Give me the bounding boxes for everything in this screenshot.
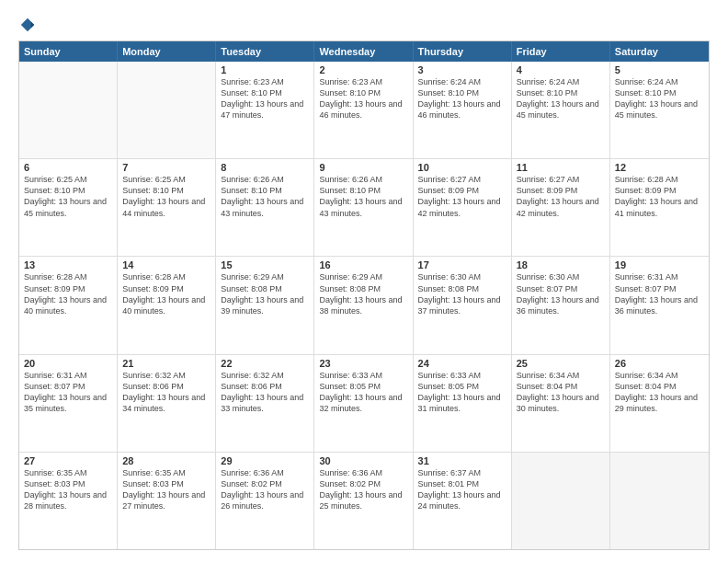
table-row <box>512 453 610 549</box>
day-number: 5 <box>615 64 704 75</box>
cell-info: Sunrise: 6:24 AM Sunset: 8:10 PM Dayligh… <box>517 76 605 121</box>
table-row: 3Sunrise: 6:24 AM Sunset: 8:10 PM Daylig… <box>414 62 512 158</box>
cell-info: Sunrise: 6:30 AM Sunset: 8:07 PM Dayligh… <box>517 271 605 316</box>
cell-info: Sunrise: 6:23 AM Sunset: 8:10 PM Dayligh… <box>319 76 407 121</box>
table-row: 28Sunrise: 6:35 AM Sunset: 8:03 PM Dayli… <box>118 453 216 549</box>
table-row: 23Sunrise: 6:33 AM Sunset: 8:05 PM Dayli… <box>314 355 413 452</box>
cell-info: Sunrise: 6:33 AM Sunset: 8:05 PM Dayligh… <box>418 370 506 415</box>
day-number: 31 <box>418 455 506 466</box>
cell-info: Sunrise: 6:34 AM Sunset: 8:04 PM Dayligh… <box>517 370 605 415</box>
table-row: 30Sunrise: 6:36 AM Sunset: 8:02 PM Dayli… <box>314 453 413 549</box>
table-row: 7Sunrise: 6:25 AM Sunset: 8:10 PM Daylig… <box>118 159 216 256</box>
header <box>18 17 710 33</box>
cell-info: Sunrise: 6:25 AM Sunset: 8:10 PM Dayligh… <box>122 174 210 219</box>
table-row <box>610 453 709 549</box>
day-number: 6 <box>24 162 112 173</box>
table-row <box>118 62 216 158</box>
cell-info: Sunrise: 6:31 AM Sunset: 8:07 PM Dayligh… <box>24 370 112 415</box>
day-number: 28 <box>122 455 210 466</box>
cell-info: Sunrise: 6:36 AM Sunset: 8:02 PM Dayligh… <box>221 467 309 512</box>
cell-info: Sunrise: 6:23 AM Sunset: 8:10 PM Dayligh… <box>221 76 309 121</box>
cell-info: Sunrise: 6:24 AM Sunset: 8:10 PM Dayligh… <box>615 76 704 121</box>
day-number: 26 <box>615 358 704 369</box>
day-number: 10 <box>418 162 506 173</box>
table-row: 4Sunrise: 6:24 AM Sunset: 8:10 PM Daylig… <box>512 62 610 158</box>
table-row: 10Sunrise: 6:27 AM Sunset: 8:09 PM Dayli… <box>414 159 512 256</box>
cell-info: Sunrise: 6:35 AM Sunset: 8:03 PM Dayligh… <box>122 467 210 512</box>
day-number: 30 <box>319 455 407 466</box>
cell-info: Sunrise: 6:25 AM Sunset: 8:10 PM Dayligh… <box>24 174 112 219</box>
calendar-row-0: 1Sunrise: 6:23 AM Sunset: 8:10 PM Daylig… <box>19 62 709 158</box>
day-number: 24 <box>418 358 506 369</box>
day-number: 12 <box>615 162 704 173</box>
day-number: 19 <box>615 259 704 270</box>
calendar-header: Sunday Monday Tuesday Wednesday Thursday… <box>19 41 709 62</box>
header-wednesday: Wednesday <box>314 41 413 62</box>
cell-info: Sunrise: 6:29 AM Sunset: 8:08 PM Dayligh… <box>319 271 407 316</box>
cell-info: Sunrise: 6:24 AM Sunset: 8:10 PM Dayligh… <box>418 76 506 121</box>
cell-info: Sunrise: 6:34 AM Sunset: 8:04 PM Dayligh… <box>615 370 704 415</box>
day-number: 2 <box>319 64 407 75</box>
day-number: 8 <box>221 162 309 173</box>
day-number: 23 <box>319 358 407 369</box>
cell-info: Sunrise: 6:36 AM Sunset: 8:02 PM Dayligh… <box>319 467 407 512</box>
header-monday: Monday <box>118 41 216 62</box>
header-friday: Friday <box>512 41 610 62</box>
cell-info: Sunrise: 6:27 AM Sunset: 8:09 PM Dayligh… <box>517 174 605 219</box>
cell-info: Sunrise: 6:26 AM Sunset: 8:10 PM Dayligh… <box>221 174 309 219</box>
day-number: 22 <box>221 358 309 369</box>
table-row: 11Sunrise: 6:27 AM Sunset: 8:09 PM Dayli… <box>512 159 610 256</box>
calendar-row-2: 13Sunrise: 6:28 AM Sunset: 8:09 PM Dayli… <box>19 256 709 353</box>
table-row: 2Sunrise: 6:23 AM Sunset: 8:10 PM Daylig… <box>314 62 413 158</box>
logo <box>18 17 36 33</box>
table-row <box>19 62 118 158</box>
cell-info: Sunrise: 6:30 AM Sunset: 8:08 PM Dayligh… <box>418 271 506 316</box>
day-number: 21 <box>122 358 210 369</box>
table-row: 22Sunrise: 6:32 AM Sunset: 8:06 PM Dayli… <box>216 355 314 452</box>
table-row: 25Sunrise: 6:34 AM Sunset: 8:04 PM Dayli… <box>512 355 610 452</box>
table-row: 12Sunrise: 6:28 AM Sunset: 8:09 PM Dayli… <box>610 159 709 256</box>
header-saturday: Saturday <box>610 41 709 62</box>
day-number: 13 <box>24 259 112 270</box>
day-number: 11 <box>517 162 605 173</box>
calendar-row-4: 27Sunrise: 6:35 AM Sunset: 8:03 PM Dayli… <box>19 452 709 549</box>
table-row: 27Sunrise: 6:35 AM Sunset: 8:03 PM Dayli… <box>19 453 118 549</box>
calendar-body: 1Sunrise: 6:23 AM Sunset: 8:10 PM Daylig… <box>19 62 709 549</box>
table-row: 15Sunrise: 6:29 AM Sunset: 8:08 PM Dayli… <box>216 257 314 353</box>
cell-info: Sunrise: 6:27 AM Sunset: 8:09 PM Dayligh… <box>418 174 506 219</box>
day-number: 25 <box>517 358 605 369</box>
cell-info: Sunrise: 6:28 AM Sunset: 8:09 PM Dayligh… <box>615 174 704 219</box>
cell-info: Sunrise: 6:37 AM Sunset: 8:01 PM Dayligh… <box>418 467 506 512</box>
table-row: 8Sunrise: 6:26 AM Sunset: 8:10 PM Daylig… <box>216 159 314 256</box>
calendar-row-1: 6Sunrise: 6:25 AM Sunset: 8:10 PM Daylig… <box>19 158 709 256</box>
day-number: 20 <box>24 358 112 369</box>
table-row: 21Sunrise: 6:32 AM Sunset: 8:06 PM Dayli… <box>118 355 216 452</box>
table-row: 6Sunrise: 6:25 AM Sunset: 8:10 PM Daylig… <box>19 159 118 256</box>
day-number: 15 <box>221 259 309 270</box>
day-number: 3 <box>418 64 506 75</box>
table-row: 17Sunrise: 6:30 AM Sunset: 8:08 PM Dayli… <box>414 257 512 353</box>
day-number: 27 <box>24 455 112 466</box>
table-row: 5Sunrise: 6:24 AM Sunset: 8:10 PM Daylig… <box>610 62 709 158</box>
day-number: 9 <box>319 162 407 173</box>
calendar-row-3: 20Sunrise: 6:31 AM Sunset: 8:07 PM Dayli… <box>19 354 709 452</box>
day-number: 29 <box>221 455 309 466</box>
day-number: 1 <box>221 64 309 75</box>
table-row: 1Sunrise: 6:23 AM Sunset: 8:10 PM Daylig… <box>216 62 314 158</box>
day-number: 14 <box>122 259 210 270</box>
table-row: 13Sunrise: 6:28 AM Sunset: 8:09 PM Dayli… <box>19 257 118 353</box>
day-number: 18 <box>517 259 605 270</box>
cell-info: Sunrise: 6:32 AM Sunset: 8:06 PM Dayligh… <box>122 370 210 415</box>
page: Sunday Monday Tuesday Wednesday Thursday… <box>0 0 728 563</box>
cell-info: Sunrise: 6:31 AM Sunset: 8:07 PM Dayligh… <box>615 271 704 316</box>
header-tuesday: Tuesday <box>216 41 314 62</box>
cell-info: Sunrise: 6:32 AM Sunset: 8:06 PM Dayligh… <box>221 370 309 415</box>
table-row: 24Sunrise: 6:33 AM Sunset: 8:05 PM Dayli… <box>414 355 512 452</box>
logo-icon <box>19 17 36 33</box>
day-number: 16 <box>319 259 407 270</box>
table-row: 9Sunrise: 6:26 AM Sunset: 8:10 PM Daylig… <box>314 159 413 256</box>
cell-info: Sunrise: 6:28 AM Sunset: 8:09 PM Dayligh… <box>24 271 112 316</box>
table-row: 29Sunrise: 6:36 AM Sunset: 8:02 PM Dayli… <box>216 453 314 549</box>
table-row: 20Sunrise: 6:31 AM Sunset: 8:07 PM Dayli… <box>19 355 118 452</box>
svg-marker-1 <box>31 21 35 28</box>
